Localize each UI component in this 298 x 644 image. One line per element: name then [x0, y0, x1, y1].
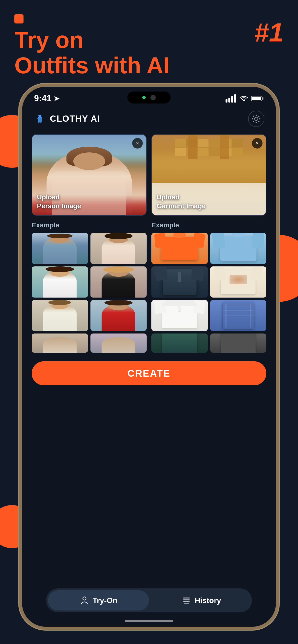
ranking-badge: #1	[254, 19, 284, 46]
svg-point-15	[85, 602, 86, 603]
try-on-icon	[80, 596, 89, 605]
person-thumb-5[interactable]	[32, 300, 88, 331]
app-logo-text: CLOTHY AI	[50, 114, 100, 124]
svg-rect-19	[184, 603, 189, 604]
svg-point-14	[83, 602, 83, 603]
svg-point-9	[253, 116, 254, 117]
header-title: Try on Outfits with AI	[14, 27, 284, 78]
person-example-grid	[32, 233, 146, 353]
person-thumb-4[interactable]	[90, 266, 147, 298]
create-button-container: CREATE	[22, 356, 276, 390]
example-section: Example	[22, 222, 276, 353]
person-close-button[interactable]: ×	[132, 138, 143, 148]
svg-point-0	[243, 100, 244, 101]
garment-examples-col: Example	[152, 222, 266, 353]
garment-thumb-7[interactable]	[152, 334, 208, 353]
brand-icon-square	[14, 14, 24, 24]
settings-button[interactable]	[248, 111, 264, 127]
person-upload-card[interactable]: × Upload Person Image	[32, 134, 146, 216]
tab-history[interactable]: History	[151, 588, 252, 612]
try-on-label: Try-On	[93, 596, 117, 605]
di-camera-dot	[151, 95, 156, 100]
app-logo: CLOTHY AI	[34, 112, 100, 125]
svg-rect-16	[183, 598, 190, 598]
svg-rect-17	[183, 600, 190, 600]
header-title-line2: Outfits with AI	[14, 52, 170, 78]
svg-point-7	[252, 118, 253, 120]
garment-close-label: ×	[256, 140, 259, 146]
garment-thumb-4[interactable]	[210, 266, 266, 298]
person-example-label: Example	[32, 222, 146, 229]
signal-bars-icon	[226, 94, 236, 102]
home-indicator	[125, 620, 173, 622]
person-upload-label: Upload Person Image	[37, 193, 81, 210]
create-button[interactable]: CREATE	[32, 361, 266, 385]
status-icons	[226, 94, 264, 102]
person-thumb-6[interactable]	[90, 300, 147, 331]
svg-point-8	[259, 118, 261, 120]
person-thumb-8[interactable]	[90, 334, 147, 353]
time-display: 9:41	[34, 94, 51, 104]
app-navbar: CLOTHY AI	[22, 106, 276, 132]
svg-point-11	[258, 116, 260, 117]
dynamic-island	[127, 92, 171, 104]
location-icon: ➤	[54, 95, 59, 102]
person-label-line2: Person Image	[37, 202, 81, 210]
person-thumb-7[interactable]	[32, 334, 88, 353]
person-label-line1: Upload	[37, 193, 60, 201]
svg-point-6	[256, 122, 257, 123]
svg-rect-3	[252, 96, 261, 100]
person-close-label: ×	[136, 140, 139, 146]
phone-screen: 9:41 ➤	[22, 87, 276, 627]
person-thumb-3[interactable]	[32, 266, 88, 298]
svg-point-10	[258, 121, 260, 122]
svg-point-5	[256, 115, 257, 116]
garment-example-label: Example	[152, 222, 266, 229]
person-thumb-1[interactable]	[32, 233, 88, 264]
garment-upload-card[interactable]: × Upload Garment Image	[152, 134, 266, 216]
settings-icon	[252, 114, 261, 124]
garment-thumb-6[interactable]	[210, 300, 266, 331]
garment-label-line1: Upload	[157, 193, 180, 201]
garment-close-button[interactable]: ×	[252, 138, 262, 148]
header-section: #1 Try on Outfits with AI	[14, 14, 284, 78]
tab-try-on[interactable]: Try-On	[48, 590, 149, 610]
svg-rect-18	[183, 601, 190, 602]
upload-row: × Upload Person Image	[22, 134, 276, 216]
svg-point-4	[255, 117, 258, 120]
garment-thumb-8[interactable]	[210, 334, 266, 353]
signal-bar-2	[228, 98, 230, 102]
person-examples-col: Example	[32, 222, 146, 353]
svg-point-12	[253, 121, 254, 122]
garment-thumb-3[interactable]	[152, 266, 208, 298]
garment-label-line2: Garment Image	[157, 202, 206, 210]
history-icon	[182, 596, 191, 605]
battery-icon	[251, 95, 264, 102]
garment-thumb-5[interactable]	[152, 300, 208, 331]
status-time: 9:41 ➤	[34, 94, 59, 104]
signal-bar-4	[234, 94, 236, 102]
signal-bar-1	[226, 99, 227, 102]
person-thumb-2[interactable]	[90, 233, 147, 264]
garment-thumb-1[interactable]	[152, 233, 208, 264]
garment-example-grid	[152, 233, 266, 353]
history-label: History	[195, 596, 221, 605]
svg-rect-2	[262, 97, 263, 100]
phone-frame: 9:41 ➤	[19, 84, 279, 630]
tab-bar-inner: Try-On History	[46, 588, 252, 612]
clothy-logo-icon	[34, 112, 46, 125]
wifi-icon	[239, 95, 248, 102]
svg-point-13	[83, 597, 86, 600]
di-green-dot	[142, 96, 146, 99]
garment-thumb-2[interactable]	[210, 233, 266, 264]
status-bar: 9:41 ➤	[22, 87, 276, 106]
signal-bar-3	[231, 96, 233, 102]
garment-upload-label: Upload Garment Image	[157, 193, 206, 210]
bottom-tab-bar: Try-On History	[22, 588, 276, 612]
header-title-line1: Try on	[14, 27, 83, 53]
